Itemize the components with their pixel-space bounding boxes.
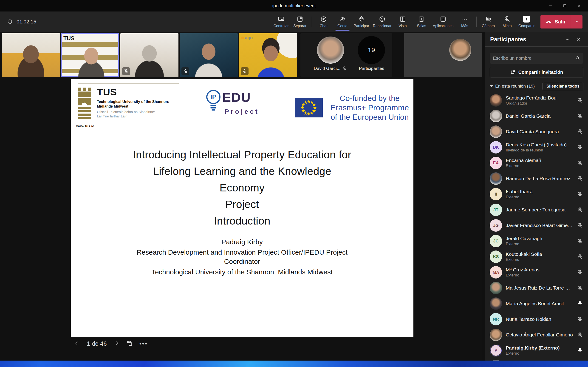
- tab-participar[interactable]: Participar: [352, 11, 371, 32]
- participant-search[interactable]: [490, 53, 583, 64]
- minimize-button[interactable]: [543, 0, 558, 11]
- participant-mic-button[interactable]: [577, 348, 583, 353]
- participant-mic-button[interactable]: [577, 160, 583, 166]
- mute-all-button[interactable]: Silenciar a todos: [543, 82, 583, 90]
- previous-slide-button[interactable]: [74, 340, 80, 347]
- participant-row[interactable]: JC Jerald Cavanagh Externo: [490, 233, 583, 249]
- camera-button[interactable]: Cámara: [479, 11, 498, 32]
- tus-castle-icon: [77, 88, 92, 122]
- slide-more-options-button[interactable]: •••: [139, 340, 148, 347]
- avatar: DK: [490, 141, 502, 153]
- participant-name: Santiago Ferrándiz Bou: [506, 95, 556, 101]
- participant-row[interactable]: Octavio Ángel Fenollar Gimeno: [490, 327, 583, 343]
- participant-mic-button[interactable]: [577, 113, 583, 119]
- participant-mic-button[interactable]: [577, 129, 583, 134]
- participant-row[interactable]: P Padraig.Kirby (Externo) Externo: [490, 343, 583, 358]
- avatar: P: [491, 345, 501, 356]
- close-button[interactable]: [572, 0, 586, 11]
- video-tile-1[interactable]: [2, 33, 60, 77]
- toolbar-separator: [312, 17, 312, 27]
- participant-row[interactable]: JT Jaume Sempere Torregrosa: [490, 202, 583, 218]
- participant-mic-button[interactable]: [577, 98, 583, 103]
- next-slide-button[interactable]: [114, 340, 120, 347]
- tab-salas[interactable]: Salas: [412, 11, 431, 32]
- tab-separar[interactable]: Separar: [291, 11, 309, 32]
- participant-mic-button[interactable]: [577, 301, 583, 306]
- participant-mic-button[interactable]: [577, 332, 583, 338]
- participant-mic-button[interactable]: [577, 176, 583, 181]
- participant-row[interactable]: II Isabel Ibarra Externo: [490, 186, 583, 202]
- eu-text-line: Co-funded by the: [331, 93, 409, 103]
- participant-mic-button[interactable]: [577, 207, 583, 213]
- tab-chat[interactable]: Chat: [314, 11, 333, 32]
- participant-row[interactable]: EA Encarna Alemañ Externo: [490, 155, 583, 171]
- panel-close-button[interactable]: [574, 35, 583, 44]
- tab-mas[interactable]: Más: [455, 11, 474, 32]
- tus-subline: Technological University of the Shannon:: [97, 100, 177, 104]
- hangup-icon: [546, 19, 552, 25]
- ipedu-bulb-base: [210, 105, 216, 110]
- mic-on-icon: [577, 301, 583, 306]
- breakout-rooms-icon: [418, 16, 425, 23]
- participant-mic-button[interactable]: [577, 285, 583, 291]
- maximize-button[interactable]: [558, 0, 572, 11]
- mic-muted-icon: [577, 145, 583, 150]
- participant-row[interactable]: David García Sanoguera: [490, 124, 583, 140]
- participant-subtitle: Externo: [506, 242, 542, 246]
- participant-count-badge: 19: [358, 36, 385, 64]
- participant-row[interactable]: María Angeles Bonet Aracil: [490, 296, 583, 311]
- participant-mic-button[interactable]: [577, 145, 583, 150]
- avatar: [490, 94, 502, 107]
- participant-mic-button[interactable]: [577, 270, 583, 275]
- in-meeting-section-label: En esta reunión (19): [495, 84, 535, 89]
- participant-row[interactable]: MA Mª Cruz Arenas Externo: [490, 265, 583, 280]
- tile-mic-muted-badge: [122, 67, 130, 75]
- mic-muted-icon: [183, 69, 188, 74]
- mic-muted-icon: [577, 254, 583, 259]
- participant-row[interactable]: KS Koutoukaki Sofia Externo: [490, 249, 583, 265]
- participant-mic-button[interactable]: [577, 317, 583, 322]
- slide-thumbnails-button[interactable]: [127, 340, 132, 347]
- participant-row[interactable]: JG Javier Francisco Balart Gimeno: [490, 218, 583, 233]
- tus-rule: [78, 83, 179, 84]
- mic-muted-icon: [577, 98, 583, 103]
- panel-more-options-button[interactable]: [563, 35, 572, 44]
- tab-vista[interactable]: Vista: [393, 11, 412, 32]
- participant-row[interactable]: Santiago Ferrándiz Bou Organizador: [490, 93, 583, 108]
- eu-flag-icon: [295, 98, 323, 117]
- participant-mic-button[interactable]: [577, 223, 583, 228]
- tab-gente[interactable]: Gente: [333, 11, 352, 32]
- video-tile-2-active-speaker[interactable]: TUS: [61, 33, 119, 77]
- video-tile-4[interactable]: [180, 33, 238, 77]
- share-button[interactable]: Compartir: [517, 11, 536, 32]
- tab-aplicaciones[interactable]: Aplicaciones: [431, 11, 455, 32]
- mic-on-icon: [577, 348, 583, 353]
- video-tile-3[interactable]: [120, 33, 179, 77]
- participant-row[interactable]: Daniel Garcia Garcia: [490, 108, 583, 124]
- tab-controlar[interactable]: Controlar: [272, 11, 291, 32]
- participant-mic-button[interactable]: [577, 238, 583, 244]
- ipedu-logo: IP EDU Project: [206, 90, 259, 115]
- tab-reaccionar[interactable]: Reaccionar: [371, 11, 393, 32]
- participant-mic-button[interactable]: [577, 192, 583, 197]
- participant-row[interactable]: Harrison De La Rosa Ramírez: [490, 171, 583, 186]
- participant-row[interactable]: NR Nuria Tarrazo Roldan: [490, 311, 583, 327]
- leave-button[interactable]: Salir: [540, 15, 582, 28]
- mic-button[interactable]: Micro: [498, 11, 517, 32]
- avatar: [490, 110, 502, 122]
- search-input[interactable]: [493, 56, 575, 61]
- video-strip: TUS aiju: [2, 33, 482, 77]
- section-collapse-icon[interactable]: [490, 85, 493, 87]
- participant-row[interactable]: DK Denis Kos (Guest) (Invitado) Invitado…: [490, 140, 583, 155]
- share-invitation-button[interactable]: Compartir invitación: [490, 67, 583, 77]
- tus-logo: TUS Technological University of the Shan…: [76, 82, 179, 132]
- leave-options-button[interactable]: [571, 19, 582, 24]
- participant-row[interactable]: Ma Jesus Ruiz De La Torre Herna...: [490, 280, 583, 296]
- spotlight-participant-tile[interactable]: David Garcí... 19 Participantes: [301, 33, 392, 77]
- self-view-tile[interactable]: [404, 33, 482, 77]
- slide-navigation: 1 de 46 •••: [74, 340, 148, 347]
- video-tile-5[interactable]: aiju: [239, 33, 297, 77]
- ipedu-bulb-icon: IP: [206, 90, 220, 104]
- mic-muted-icon: [577, 270, 583, 275]
- participant-mic-button[interactable]: [577, 254, 583, 259]
